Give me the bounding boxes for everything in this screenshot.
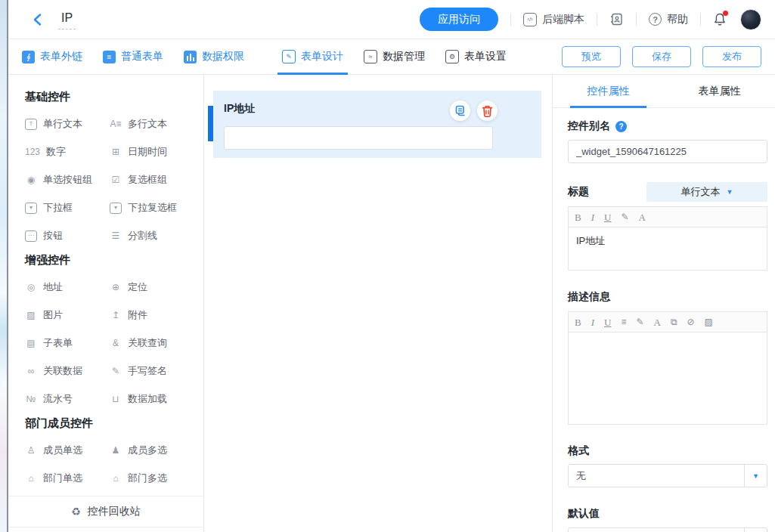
font-color-icon[interactable]: A xyxy=(653,317,660,327)
widget-recycle-bin-button[interactable]: ♻ 控件回收站 xyxy=(8,496,203,527)
selection-bar xyxy=(208,106,213,141)
link-data-permission[interactable]: 数据权限 xyxy=(184,50,244,63)
widget-number-icon: 123 xyxy=(25,147,40,157)
publish-button[interactable]: 发布 xyxy=(702,46,761,67)
widget-datetime-icon: ⊞ xyxy=(110,147,122,157)
widget-divider-icon: ☰ xyxy=(110,230,122,241)
link-icon[interactable]: ✎ xyxy=(621,212,628,221)
widget-item-label: 地址 xyxy=(43,280,63,294)
recycle-icon: ♻ xyxy=(71,506,81,518)
widget-item-label: 单行文本 xyxy=(43,117,82,131)
tab-form-props[interactable]: 表单属性 xyxy=(664,75,775,107)
widget-divider[interactable]: ☰分割线 xyxy=(110,229,203,243)
widget-address[interactable]: ◎地址 xyxy=(25,280,110,294)
widget-member-multi[interactable]: ♟成员多选 xyxy=(110,444,203,457)
widget-number[interactable]: 123数字 xyxy=(25,145,110,159)
user-avatar[interactable] xyxy=(740,9,761,30)
italic-icon[interactable]: I xyxy=(591,212,594,222)
widget-address-icon: ◎ xyxy=(25,282,37,292)
widget-item-label: 多行文本 xyxy=(128,117,167,131)
widget-dept-multi[interactable]: ⌂部门多选 xyxy=(110,472,203,485)
title-type-dropdown[interactable]: 单行文本 ▼ xyxy=(646,182,767,202)
save-button[interactable]: 保存 xyxy=(632,46,691,67)
widget-signature[interactable]: ✎手写签名 xyxy=(110,364,203,378)
format-select[interactable]: 无 ▼ xyxy=(568,464,767,487)
form-canvas[interactable]: IP地址 xyxy=(204,75,552,532)
widget-subform[interactable]: ▤子表单 xyxy=(25,336,110,350)
widget-checkbox-group[interactable]: ☑复选框组 xyxy=(110,173,203,187)
widget-data-load[interactable]: ⊔数据加载 xyxy=(110,392,203,406)
widget-button[interactable]: ⋯按钮 xyxy=(25,229,110,243)
preview-button[interactable]: 预览 xyxy=(562,46,621,67)
widget-properties-body: 控件别名 ? 标题 单行文本 ▼ BIU✎A IP地址 描述信息 BIU≡✎A⧉… xyxy=(553,108,775,532)
widget-radio-group[interactable]: ◉单选按钮组 xyxy=(25,173,110,187)
link-label: 表单外链 xyxy=(40,50,82,63)
widget-single-line-text[interactable]: T单行文本 xyxy=(25,117,110,131)
widget-multi-line-text[interactable]: A≡多行文本 xyxy=(110,117,203,131)
title-type-value: 单行文本 xyxy=(681,185,721,199)
tab-form-settings[interactable]: ⚙表单设置 xyxy=(445,39,507,75)
backend-script-button[interactable]: ‹/› 后端脚本 xyxy=(523,13,584,26)
image-icon[interactable]: ▨ xyxy=(705,317,713,326)
notification-bell-button[interactable] xyxy=(713,12,727,26)
tab-data-manage[interactable]: ≈数据管理 xyxy=(364,39,425,75)
widget-signature-icon: ✎ xyxy=(110,366,122,376)
unlink-icon[interactable]: ⊘ xyxy=(687,317,694,326)
link-icon[interactable]: ✎ xyxy=(636,317,643,326)
selected-widget-ip-address[interactable]: IP地址 xyxy=(213,91,541,158)
widget-linked-query[interactable]: &关联查询 xyxy=(110,336,203,350)
widget-member-single[interactable]: ♙成员单选 xyxy=(25,444,110,457)
alias-label: 控件别名 xyxy=(568,119,610,133)
main-area: 基础控件T单行文本A≡多行文本123数字⊞日期时间◉单选按钮组☑复选框组▾下拉框… xyxy=(8,75,775,532)
alias-help-icon[interactable]: ? xyxy=(615,121,627,132)
description-label: 描述信息 xyxy=(568,290,767,304)
widget-multi-line-text-icon: A≡ xyxy=(110,119,122,129)
font-color-icon[interactable]: A xyxy=(638,212,645,222)
alias-input[interactable] xyxy=(568,140,767,163)
description-richtext-editor[interactable] xyxy=(568,332,767,425)
widget-member-multi-icon: ♟ xyxy=(110,445,122,456)
widget-linked-data[interactable]: ∞关联数据 xyxy=(25,364,110,378)
widget-item-label: 关联查询 xyxy=(128,336,167,350)
sidebar-section-grid: T单行文本A≡多行文本123数字⊞日期时间◉单选按钮组☑复选框组▾下拉框▾下拉复… xyxy=(25,117,203,243)
widget-serial-number[interactable]: №流水号 xyxy=(25,392,110,406)
underline-icon[interactable]: U xyxy=(604,212,611,222)
italic-icon[interactable]: I xyxy=(591,317,594,327)
widget-dept-single[interactable]: ⌂部门单选 xyxy=(25,472,110,485)
link-icon: ∮ xyxy=(22,51,35,63)
default-value-select[interactable]: ▼ xyxy=(568,527,767,532)
widget-select[interactable]: ▾下拉框 xyxy=(25,201,110,215)
copy-icon xyxy=(454,105,467,117)
widget-datetime[interactable]: ⊞日期时间 xyxy=(110,145,203,159)
widget-image[interactable]: ▨图片 xyxy=(25,308,110,322)
widget-data-load-icon: ⊔ xyxy=(110,394,122,404)
underline-icon[interactable]: U xyxy=(604,317,611,327)
link-normal-form[interactable]: ≡普通表单 xyxy=(103,50,163,63)
widget-attachment[interactable]: ↥附件 xyxy=(110,308,203,322)
bold-icon[interactable]: B xyxy=(575,317,581,327)
address-book-button[interactable] xyxy=(609,12,624,26)
back-button[interactable] xyxy=(31,12,46,27)
widget-item-label: 定位 xyxy=(128,280,147,294)
ip-address-input[interactable] xyxy=(224,126,493,150)
properties-panel: 控件属性表单属性 控件别名 ? 标题 单行文本 ▼ BIU✎A IP地址 描述信… xyxy=(552,75,775,532)
copy-icon[interactable]: ⧉ xyxy=(671,317,677,326)
widget-linked-data-icon: ∞ xyxy=(25,366,37,376)
align-icon[interactable]: ≡ xyxy=(621,317,626,326)
widget-item-label: 子表单 xyxy=(43,336,73,350)
tab-widget-props[interactable]: 控件属性 xyxy=(553,75,664,107)
page-title[interactable]: IP xyxy=(58,10,76,29)
bold-icon[interactable]: B xyxy=(575,212,581,222)
tab-form-design[interactable]: ✎表单设计 xyxy=(282,39,343,75)
widget-item-label: 按钮 xyxy=(43,229,63,243)
link-form-external-link[interactable]: ∮表单外链 xyxy=(22,50,82,63)
title-richtext-editor[interactable]: IP地址 xyxy=(568,227,767,271)
widget-location[interactable]: ⊕定位 xyxy=(110,280,203,294)
widget-multi-select[interactable]: ▾下拉复选框 xyxy=(110,201,203,215)
widget-item-label: 数字 xyxy=(46,145,66,159)
delete-widget-button[interactable] xyxy=(477,101,498,121)
help-button[interactable]: ? 帮助 xyxy=(649,13,688,26)
app-access-button[interactable]: 应用访问 xyxy=(420,8,498,31)
duplicate-widget-button[interactable] xyxy=(450,101,470,121)
widget-button-icon: ⋯ xyxy=(25,230,37,242)
